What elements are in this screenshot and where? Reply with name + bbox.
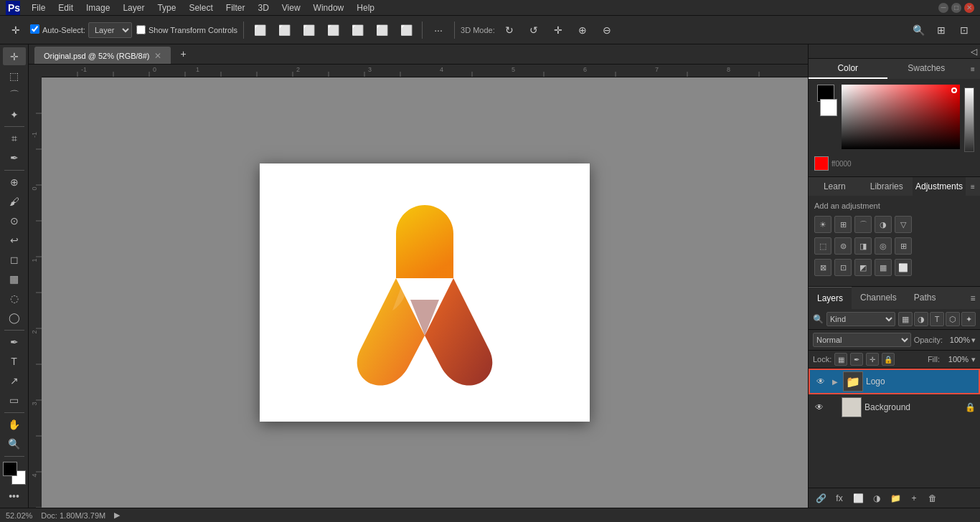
gradient-tool[interactable]: ▦ — [3, 270, 26, 288]
color-balance-adj-btn[interactable]: ⊜ — [834, 237, 852, 255]
eyedropper-tool[interactable]: ✒ — [3, 149, 26, 167]
menu-file[interactable]: File — [26, 1, 51, 14]
fill-dropdown-icon[interactable]: ▾ — [971, 355, 976, 364]
opacity-value[interactable]: 100% — [944, 336, 970, 344]
search-btn[interactable]: 🔍 — [908, 20, 928, 40]
distribute-btn[interactable]: ⬜ — [396, 20, 416, 40]
new-layer-btn[interactable]: + — [906, 490, 922, 506]
layers-tab[interactable]: Layers — [809, 287, 852, 309]
libraries-tab[interactable]: Libraries — [860, 177, 912, 196]
add-style-btn[interactable]: fx — [831, 490, 847, 506]
hue-sat-adj-btn[interactable]: ⬚ — [814, 237, 831, 255]
healing-tool[interactable]: ⊕ — [3, 174, 26, 191]
layer-logo[interactable]: 👁 ▶ 📁 Logo — [809, 369, 980, 394]
layer-logo-expand[interactable]: ▶ — [830, 376, 840, 386]
menu-image[interactable]: Image — [80, 1, 116, 14]
shape-tool[interactable]: ▭ — [3, 392, 26, 409]
color-gradient-picker[interactable] — [842, 85, 960, 149]
new-fill-adj-btn[interactable]: ◑ — [869, 490, 885, 506]
link-layers-btn[interactable]: 🔗 — [813, 490, 829, 506]
marquee-tool[interactable]: ⬚ — [3, 67, 26, 85]
layer-bg-visibility[interactable]: 👁 — [813, 401, 826, 414]
learn-tab[interactable]: Learn — [809, 177, 860, 196]
brightness-adj-btn[interactable]: ☀ — [814, 216, 831, 233]
menu-3d[interactable]: 3D — [252, 1, 274, 14]
shape-filter-btn[interactable]: ⬡ — [946, 312, 960, 326]
hand-tool[interactable]: ✋ — [3, 416, 26, 434]
align-center-h-btn[interactable]: ⬜ — [274, 20, 294, 40]
fill-value[interactable]: 100% — [943, 355, 969, 364]
pixel-filter-btn[interactable]: ▦ — [898, 312, 913, 326]
menu-select[interactable]: Select — [183, 1, 218, 14]
invert-adj-btn[interactable]: ⊠ — [814, 259, 831, 276]
move-tool[interactable]: ✛ — [3, 47, 26, 65]
dodge-tool[interactable]: ◯ — [3, 309, 26, 327]
new-tab-btn[interactable]: + — [174, 44, 194, 64]
new-group-btn[interactable]: 📁 — [887, 490, 903, 506]
blend-mode-select[interactable]: Normal Multiply Screen Overlay — [813, 333, 911, 347]
lock-pixels-btn[interactable]: ▦ — [834, 353, 847, 366]
current-color[interactable] — [814, 156, 829, 171]
align-right-btn[interactable]: ⬜ — [298, 20, 319, 40]
menu-window[interactable]: Window — [308, 1, 350, 14]
auto-select-input[interactable] — [30, 24, 39, 34]
adjustments-tab[interactable]: Adjustments — [913, 177, 966, 196]
selective-color-adj-btn[interactable]: ⬜ — [895, 259, 912, 276]
3d-scale-btn[interactable]: ⊖ — [597, 20, 617, 40]
3d-slide-btn[interactable]: ⊕ — [573, 20, 593, 40]
share-btn[interactable]: ⊡ — [954, 20, 974, 40]
bw-adj-btn[interactable]: ◨ — [854, 237, 872, 255]
magic-wand-tool[interactable]: ✦ — [3, 105, 26, 123]
show-transform-checkbox[interactable] — [136, 25, 146, 34]
paths-tab[interactable]: Paths — [905, 287, 945, 309]
bg-color-large[interactable] — [820, 99, 837, 116]
adjustment-filter-btn[interactable]: ◑ — [914, 312, 928, 326]
menu-layer[interactable]: Layer — [117, 1, 150, 14]
minimize-button[interactable]: ─ — [938, 3, 948, 13]
layers-panel-menu-btn[interactable]: ≡ — [966, 287, 980, 309]
vibrance-adj-btn[interactable]: ▽ — [895, 216, 912, 233]
levels-adj-btn[interactable]: ⊞ — [834, 216, 852, 233]
channel-mixer-adj-btn[interactable]: ⊞ — [895, 237, 912, 255]
channels-tab[interactable]: Channels — [852, 287, 905, 309]
tab-close-btn[interactable]: ✕ — [154, 51, 161, 61]
menu-view[interactable]: View — [276, 1, 306, 14]
3d-roll-btn[interactable]: ↺ — [524, 20, 544, 40]
curves-adj-btn[interactable]: ⌒ — [854, 216, 872, 233]
opacity-spectrum[interactable] — [964, 87, 974, 152]
smart-filter-btn[interactable]: ✦ — [961, 312, 976, 326]
layer-background[interactable]: 👁 Background 🔒 — [809, 394, 980, 420]
canvas-scroll[interactable]: -10 12 34 56 78 — [29, 65, 808, 508]
lock-all-btn[interactable]: 🔒 — [882, 353, 895, 366]
type-filter-btn[interactable]: T — [930, 312, 944, 326]
align-center-v-btn[interactable]: ⬜ — [347, 20, 367, 40]
3d-rotate-btn[interactable]: ↻ — [499, 20, 519, 40]
fg-color-swatch[interactable] — [3, 462, 17, 476]
more-tools-btn[interactable]: ••• — [3, 487, 26, 505]
3d-pan-btn[interactable]: ✛ — [548, 20, 568, 40]
eraser-tool[interactable]: ◻ — [3, 251, 26, 269]
doc-tab[interactable]: Original.psd @ 52% (RGB/8#) ✕ — [34, 47, 171, 64]
align-left-btn[interactable]: ⬜ — [250, 20, 270, 40]
posterize-adj-btn[interactable]: ⊡ — [834, 259, 852, 276]
menu-filter[interactable]: Filter — [220, 1, 251, 14]
layer-dropdown[interactable]: Layer Group — [88, 22, 132, 38]
doc-info-arrow[interactable]: ▶ — [114, 511, 120, 520]
opacity-dropdown-icon[interactable]: ▾ — [971, 336, 976, 345]
menu-type[interactable]: Type — [151, 1, 182, 14]
align-bottom-btn[interactable]: ⬜ — [372, 20, 392, 40]
type-tool[interactable]: T — [3, 353, 26, 371]
lock-position-btn[interactable]: ✒ — [850, 353, 863, 366]
kind-filter-select[interactable]: Kind — [826, 312, 895, 326]
zoom-tool[interactable]: 🔍 — [3, 435, 26, 453]
clone-stamp-tool[interactable]: ⊙ — [3, 212, 26, 230]
layer-logo-visibility[interactable]: 👁 — [814, 375, 827, 388]
move-tool-btn[interactable]: ✛ — [6, 20, 26, 40]
path-selection-tool[interactable]: ↗ — [3, 372, 26, 390]
menu-help[interactable]: Help — [351, 1, 380, 14]
brush-tool[interactable]: 🖌 — [3, 193, 26, 211]
add-mask-btn[interactable]: ⬜ — [850, 490, 866, 506]
more-options-btn[interactable]: ··· — [428, 20, 448, 40]
adj-panel-menu-btn[interactable]: ≡ — [966, 177, 980, 196]
lock-move-btn[interactable]: ✛ — [866, 353, 879, 366]
